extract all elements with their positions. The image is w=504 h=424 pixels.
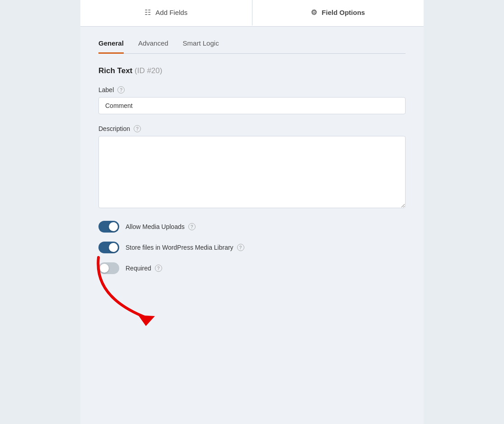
required-label: Required ?	[126, 265, 162, 272]
required-row: Required ?	[98, 262, 406, 274]
label-input[interactable]	[98, 97, 406, 114]
sub-tab-bar: General Advanced Smart Logic	[98, 39, 406, 54]
allow-media-uploads-row: Allow Media Uploads ?	[98, 221, 406, 233]
field-id: (ID #20)	[135, 66, 162, 75]
description-group: Description ?	[98, 125, 406, 210]
field-options-panel: ☷ Add Fields ⚙ Field Options General Adv…	[80, 0, 424, 424]
toggle-slider-3	[98, 262, 119, 274]
tab-smart-logic[interactable]: Smart Logic	[183, 39, 219, 54]
field-title: Rich Text (ID #20)	[98, 66, 406, 75]
label-help-icon[interactable]: ?	[117, 86, 125, 93]
store-files-toggle[interactable]	[98, 242, 119, 253]
label-group: Label ?	[98, 86, 406, 114]
grid-icon: ☷	[145, 8, 151, 17]
top-tab-bar: ☷ Add Fields ⚙ Field Options	[80, 0, 424, 27]
tab-advanced[interactable]: Advanced	[138, 39, 168, 54]
sliders-icon: ⚙	[311, 8, 317, 17]
description-help-icon[interactable]: ?	[134, 125, 141, 132]
tab-field-options-label: Field Options	[322, 9, 365, 16]
tab-add-fields[interactable]: ☷ Add Fields	[80, 0, 252, 26]
tab-field-options[interactable]: ⚙ Field Options	[252, 0, 424, 26]
allow-media-uploads-label: Allow Media Uploads ?	[126, 223, 196, 230]
allow-media-uploads-help-icon[interactable]: ?	[188, 223, 196, 230]
toggle-slider	[98, 221, 119, 233]
tab-general[interactable]: General	[98, 39, 124, 54]
store-files-label: Store files in WordPress Media Library ?	[126, 244, 244, 251]
description-textarea[interactable]	[98, 136, 406, 208]
label-field-label: Label ?	[98, 86, 406, 93]
toggle-slider-2	[98, 242, 119, 253]
svg-marker-0	[138, 315, 155, 326]
tab-add-fields-label: Add Fields	[155, 9, 187, 16]
required-help-icon[interactable]: ?	[155, 265, 162, 272]
panel-content: General Advanced Smart Logic Rich Text (…	[80, 27, 424, 301]
description-field-label: Description ?	[98, 125, 406, 132]
store-files-help-icon[interactable]: ?	[237, 244, 244, 251]
required-toggle[interactable]	[98, 262, 119, 274]
allow-media-uploads-toggle[interactable]	[98, 221, 119, 233]
store-files-row: Store files in WordPress Media Library ?	[98, 242, 406, 253]
